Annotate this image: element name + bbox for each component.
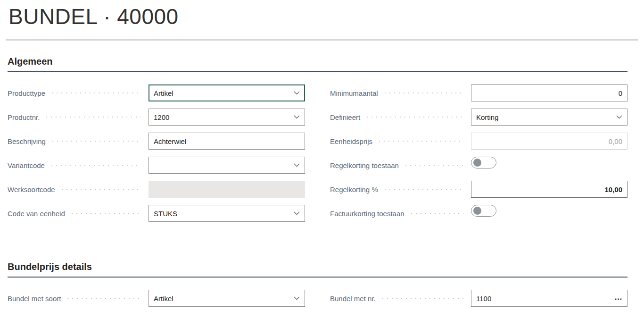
minimumaantal-input[interactable] — [471, 84, 627, 101]
bundel-met-soort-dropdown[interactable] — [149, 290, 305, 307]
chevron-down-icon[interactable] — [294, 91, 300, 95]
algemeen-left-column: Producttype Productnr. — [8, 84, 305, 229]
code-van-eenheid-dropdown[interactable] — [149, 205, 305, 222]
field-row-bundel-met-nr: Bundel met nr. … — [330, 290, 627, 307]
dotted-leader — [66, 297, 141, 300]
bundel-met-soort-label: Bundel met soort — [8, 295, 61, 303]
productnr-dropdown[interactable] — [149, 109, 305, 126]
producttype-label: Producttype — [8, 89, 45, 97]
dotted-leader — [377, 140, 463, 143]
regelkorting-pct-input[interactable] — [471, 181, 627, 198]
chevron-down-icon[interactable] — [616, 115, 622, 119]
beschrijving-label: Beschrijving — [8, 137, 46, 145]
field-row-regelkorting-toestaan: Regelkorting toestaan — [330, 157, 627, 174]
regelkorting-toestaan-label: Regelkorting toestaan — [330, 161, 399, 169]
factuurkorting-toestaan-toggle[interactable] — [471, 205, 496, 217]
dotted-leader — [383, 92, 463, 94]
field-row-beschrijving: Beschrijving — [8, 133, 305, 150]
dotted-leader — [380, 297, 463, 300]
beschrijving-input[interactable] — [149, 133, 305, 150]
field-row-producttype: Producttype — [8, 84, 305, 101]
eenheidsprijs-label: Eenheidsprijs — [330, 137, 372, 145]
definieert-dropdown[interactable] — [471, 109, 627, 126]
factuurkorting-toestaan-label: Factuurkorting toestaan — [330, 210, 405, 218]
dotted-leader — [50, 164, 141, 167]
bundelprijs-right-column: Bundel met nr. … — [330, 290, 627, 314]
field-row-regelkorting-pct: Regelkorting % — [330, 181, 627, 198]
regelkorting-toestaan-toggle[interactable] — [471, 157, 496, 168]
toggle-knob — [473, 207, 481, 215]
algemeen-right-column: Minimumaantal Definieert — [330, 84, 627, 229]
bundelprijs-left-column: Bundel met soort — [8, 290, 305, 314]
field-row-code-van-eenheid: Code van eenheid — [8, 205, 305, 222]
bundel-met-nr-label: Bundel met nr. — [330, 295, 376, 303]
eenheidsprijs-input-disabled — [471, 133, 627, 150]
dotted-leader — [50, 92, 141, 94]
page-title: BUNDEL · 40000 — [8, 4, 644, 30]
section-bundelprijs-details: Bundelprijs details Bundel met soort — [8, 260, 627, 314]
productnr-label: Productnr. — [8, 113, 40, 121]
dotted-leader — [365, 116, 463, 118]
regelkorting-pct-label: Regelkorting % — [330, 185, 378, 194]
minimumaantal-label: Minimumaantal — [330, 89, 378, 97]
field-row-factuurkorting-toestaan: Factuurkorting toestaan — [330, 205, 627, 222]
variantcode-dropdown[interactable] — [149, 157, 305, 174]
field-row-minimumaantal: Minimumaantal — [330, 84, 627, 101]
field-row-eenheidsprijs: Eenheidsprijs — [330, 133, 627, 150]
section-underline — [8, 277, 627, 278]
chevron-down-icon[interactable] — [294, 211, 300, 215]
variantcode-label: Variantcode — [8, 161, 45, 169]
code-van-eenheid-label: Code van eenheid — [8, 210, 65, 218]
dotted-leader — [50, 140, 141, 143]
chevron-down-icon[interactable] — [294, 115, 300, 119]
section-algemeen: Algemeen Producttype — [8, 55, 627, 229]
werksoortcode-input-disabled — [149, 181, 305, 198]
dotted-leader — [409, 212, 463, 215]
dotted-leader — [404, 164, 463, 167]
werksoortcode-label: Werksoortcode — [8, 185, 55, 194]
field-row-variantcode: Variantcode — [8, 157, 305, 174]
field-row-productnr: Productnr. — [8, 109, 305, 126]
dotted-leader — [70, 212, 141, 215]
field-row-definieert: Definieert — [330, 109, 627, 126]
section-heading-bundelprijs: Bundelprijs details — [8, 260, 627, 273]
producttype-dropdown[interactable] — [149, 84, 305, 101]
chevron-down-icon[interactable] — [294, 163, 300, 167]
dotted-leader — [60, 188, 141, 191]
toggle-knob — [473, 159, 481, 167]
field-row-werksoortcode: Werksoortcode — [8, 181, 305, 198]
section-heading-algemeen: Algemeen — [8, 55, 627, 68]
dotted-leader — [44, 116, 141, 118]
bundel-met-nr-input[interactable] — [471, 290, 627, 307]
field-row-bundel-met-soort: Bundel met soort — [8, 290, 305, 307]
top-divider — [6, 39, 638, 41]
ellipsis-assist-edit-icon[interactable]: … — [614, 293, 623, 301]
definieert-label: Definieert — [330, 113, 360, 121]
dotted-leader — [383, 188, 463, 191]
chevron-down-icon[interactable] — [294, 296, 300, 300]
section-underline — [8, 71, 627, 72]
